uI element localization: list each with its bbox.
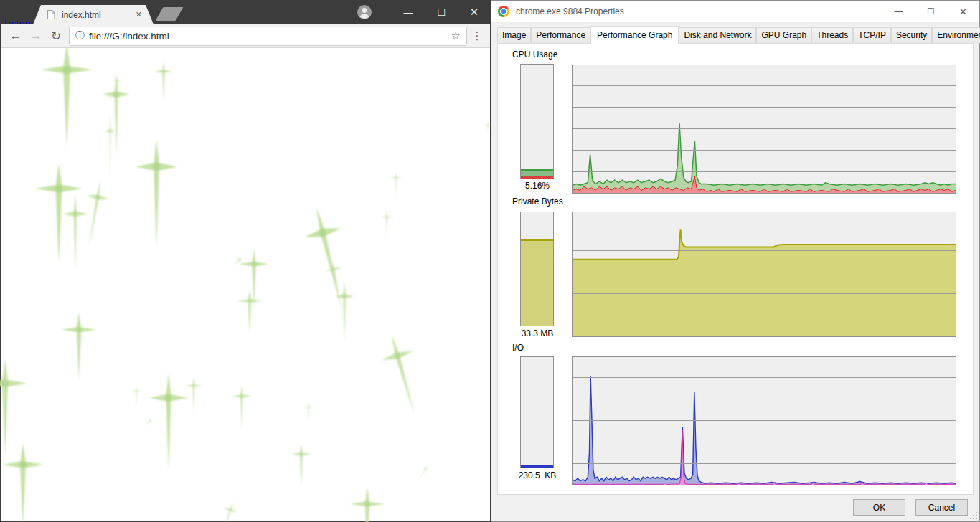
dialog-maximize-button[interactable]: ☐ <box>915 1 947 22</box>
tab-image[interactable]: Image <box>497 27 531 43</box>
browser-page <box>1 48 490 521</box>
private-bytes-graph <box>572 212 956 337</box>
tab-disk-and-network[interactable]: Disk and Network <box>679 27 756 43</box>
dialog-title: chrome.exe:9884 Properties <box>516 6 882 16</box>
tab-environment[interactable]: Environment <box>932 27 980 43</box>
browser-minimize-button[interactable]: — <box>392 0 425 24</box>
cpu-usage-gauge <box>520 64 554 179</box>
dialog-tabstrip: Image Performance Performance Graph Disk… <box>497 27 974 43</box>
profile-icon[interactable] <box>356 4 373 21</box>
performance-graph-panel: CPU Usage 5.16% Private Bytes 33.3 MB I/… <box>497 43 974 495</box>
io-graph <box>572 356 956 485</box>
browser-menu-icon[interactable]: ⋮ <box>467 29 487 42</box>
dialog-close-button[interactable]: ✕ <box>947 1 979 22</box>
cancel-button[interactable]: Cancel <box>915 499 968 516</box>
tab-tcpip[interactable]: TCP/IP <box>853 27 891 43</box>
private-bytes-gauge <box>520 212 554 326</box>
chrome-logo-icon <box>498 6 509 17</box>
tab-performance-graph[interactable]: Performance Graph <box>590 26 679 44</box>
ok-button[interactable]: OK <box>853 499 905 516</box>
dialog-minimize-button[interactable]: — <box>882 1 915 22</box>
forward-button[interactable]: → <box>26 29 46 43</box>
dialog-titlebar: chrome.exe:9884 Properties — ☐ ✕ <box>491 1 979 22</box>
io-label: I/O <box>512 343 524 353</box>
private-bytes-label: Private Bytes <box>512 196 563 207</box>
tab-title: index.html <box>62 10 136 20</box>
browser-tabstrip: index.html ✕ — ☐ ✕ <box>0 0 491 24</box>
address-bar[interactable]: ⓘ file:///G:/index.html ☆ <box>69 27 467 46</box>
resize-grip[interactable] <box>970 512 977 519</box>
properties-dialog: chrome.exe:9884 Properties — ☐ ✕ Image P… <box>491 0 980 522</box>
browser-window: [:stopcross:] index.html ✕ — ☐ <box>0 0 491 522</box>
new-tab-button[interactable] <box>156 7 184 21</box>
bookmark-star-icon[interactable]: ☆ <box>451 29 461 42</box>
cpu-usage-value: 5.16% <box>503 181 572 191</box>
url-text[interactable]: file:///G:/index.html <box>89 31 451 42</box>
reload-button[interactable]: ↻ <box>46 29 66 44</box>
private-bytes-value: 33.3 MB <box>503 328 572 338</box>
page-favicon-icon <box>46 9 56 20</box>
tab-performance[interactable]: Performance <box>531 27 590 43</box>
io-value: 230.5 KB <box>503 470 572 480</box>
cpu-usage-label: CPU Usage <box>512 49 557 60</box>
browser-close-button[interactable]: ✕ <box>458 0 491 24</box>
browser-maximize-button[interactable]: ☐ <box>425 0 458 24</box>
page-info-icon[interactable]: ⓘ <box>75 29 85 42</box>
browser-toolbar: ← → ↻ ⓘ file:///G:/index.html ☆ ⋮ <box>1 24 490 48</box>
browser-tab[interactable]: index.html ✕ <box>33 5 154 24</box>
tab-gpu-graph[interactable]: GPU Graph <box>756 27 811 43</box>
tab-security[interactable]: Security <box>891 27 932 43</box>
tab-threads[interactable]: Threads <box>811 27 853 43</box>
cpu-usage-graph <box>572 65 956 194</box>
io-gauge <box>520 356 554 468</box>
tab-close-icon[interactable]: ✕ <box>136 11 142 19</box>
back-button[interactable]: ← <box>6 29 26 43</box>
